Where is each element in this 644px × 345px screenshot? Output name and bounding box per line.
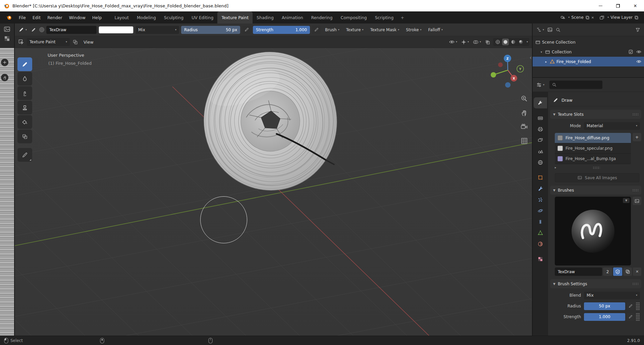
workspace-tab-uv-editing[interactable]: UV Editing — [187, 11, 217, 23]
view-layer-selector[interactable]: ▾ View Layer — [597, 11, 641, 23]
pan-gizmo-button[interactable] — [1, 74, 8, 81]
workspace-tab-rendering[interactable]: Rendering — [307, 11, 337, 23]
3d-viewport[interactable]: User Perspective (1) Fire_Hose_Folded — [15, 48, 532, 336]
workspace-tab-layout[interactable]: Layout — [110, 11, 133, 23]
brush-preview-browse-button[interactable] — [633, 197, 641, 205]
shading-material-button[interactable] — [510, 39, 517, 45]
tool-smear-button[interactable] — [17, 86, 32, 100]
menu-window[interactable]: Window — [66, 11, 89, 23]
workspace-tab-animation[interactable]: Animation — [278, 11, 307, 23]
properties-tab-physics[interactable] — [534, 205, 547, 216]
strength-slider[interactable]: 1.000 — [584, 313, 625, 321]
menu-help[interactable]: Help — [89, 11, 105, 23]
window-minimize-button[interactable] — [592, 0, 609, 11]
brush-name-field[interactable]: TexDraw — [555, 267, 602, 276]
blender-menu-icon[interactable] — [3, 11, 15, 23]
brush-tip-icon[interactable] — [39, 27, 44, 32]
radius-decorator-button[interactable] — [636, 302, 640, 310]
ortho-grid-icon[interactable] — [521, 137, 528, 145]
gizmo-x-neg-axis[interactable] — [498, 62, 503, 67]
window-restore-button[interactable] — [609, 0, 627, 11]
outliner-row-fire-hose-folded[interactable]: ▸ Fire_Hose_Folded — [533, 57, 644, 66]
properties-tab-object[interactable] — [534, 172, 547, 183]
overlays-popover[interactable]: ▾ — [472, 39, 482, 45]
tool-soften-button[interactable] — [17, 72, 32, 86]
disclosure-triangle-icon[interactable]: ▸ — [544, 60, 548, 63]
workspace-tab-scripting[interactable]: Scripting — [371, 11, 398, 23]
strength-decorator-button[interactable] — [636, 313, 640, 321]
list-resize-grip[interactable]: ▸ — [555, 166, 637, 169]
outliner-row-collection[interactable]: ▾ Collection — [533, 47, 644, 57]
panel-header-brush-settings[interactable]: ▼ Brush Settings — [550, 279, 641, 288]
properties-tab-constraints[interactable] — [534, 216, 547, 227]
properties-editor-type-button[interactable]: ▾ — [535, 81, 545, 89]
panel-header-brushes[interactable]: ▼ Brushes — [550, 186, 641, 195]
tool-annotate-button[interactable] — [17, 148, 32, 162]
tool-draw-button[interactable] — [17, 57, 32, 71]
new-scene-icon[interactable] — [585, 15, 590, 20]
stroke-popover[interactable]: Stroke▾ — [404, 26, 424, 34]
menu-edit[interactable]: Edit — [29, 11, 44, 23]
properties-tab-view-layer[interactable] — [534, 135, 547, 146]
outliner-editor-type-button[interactable]: ▾ — [535, 26, 545, 33]
region-collapse-chevron[interactable]: ‹ — [530, 55, 532, 61]
paint-mask-toggle[interactable] — [72, 39, 79, 46]
exclude-checkbox-icon[interactable] — [629, 50, 633, 54]
mode-dropdown[interactable]: Texture Paint▾ — [27, 38, 70, 46]
blend-dropdown[interactable]: Mix▾ — [584, 292, 640, 299]
fake-user-toggle[interactable] — [613, 267, 622, 276]
shading-solid-button[interactable] — [502, 39, 509, 45]
texture-mask-popover[interactable]: Texture Mask▾ — [368, 26, 402, 34]
3d-model-fire-hose[interactable] — [198, 48, 342, 195]
texture-slot-row-specular[interactable]: Fire_Hose_specular.png — [555, 143, 631, 154]
strength-pressure-toggle[interactable] — [626, 313, 635, 321]
outliner-row-scene-collection[interactable]: Scene Collection — [533, 37, 644, 47]
object-visibility-popover[interactable]: ▾ — [448, 39, 458, 45]
panel-grip-icon[interactable] — [632, 189, 638, 192]
properties-tab-tool[interactable] — [534, 97, 547, 108]
outliner-display-mode-button[interactable] — [546, 26, 553, 33]
workspace-tab-compositing[interactable]: Compositing — [336, 11, 371, 23]
properties-tab-texture[interactable] — [534, 253, 547, 264]
new-view-layer-icon[interactable] — [634, 15, 639, 20]
strength-pressure-toggle[interactable] — [312, 26, 321, 34]
shading-rendered-button[interactable] — [518, 39, 524, 45]
gizmo-y-axis[interactable] — [491, 72, 496, 78]
brush-datablock-icon[interactable] — [30, 26, 37, 34]
gizmos-popover[interactable]: ▾ — [460, 39, 470, 46]
pan-hand-icon[interactable] — [521, 109, 528, 116]
radius-pressure-toggle[interactable] — [242, 26, 251, 34]
radius-slider[interactable]: 50 px — [584, 302, 625, 310]
brush-name-field[interactable]: TexDraw — [46, 26, 97, 34]
editor-type-button[interactable] — [17, 38, 25, 46]
falloff-popover[interactable]: Falloff▾ — [426, 26, 445, 34]
workspace-tab-sculpting[interactable]: Sculpting — [160, 11, 187, 23]
panel-grip-icon[interactable] — [632, 113, 638, 116]
brush-preview-expand-button[interactable]: ▼ — [623, 198, 630, 203]
panel-grip-icon[interactable] — [632, 283, 638, 285]
brush-preview[interactable]: ▼ — [555, 197, 631, 265]
disclosure-triangle-icon[interactable]: ▸ — [555, 166, 556, 169]
properties-tab-object-data[interactable] — [534, 227, 547, 238]
properties-tab-render[interactable] — [534, 112, 547, 124]
xray-toggle[interactable] — [484, 39, 491, 46]
texture-slot-row-bump[interactable]: Fire_Hose_...al_Bump.tga — [555, 154, 631, 164]
shading-wireframe-button[interactable] — [494, 39, 501, 45]
zoom-icon[interactable] — [521, 95, 528, 102]
disclosure-triangle-icon[interactable]: ▾ — [539, 50, 543, 54]
brush-popover[interactable]: Brush▾ — [323, 26, 342, 34]
properties-tab-particles[interactable] — [534, 194, 547, 205]
radius-pressure-toggle[interactable] — [626, 302, 635, 310]
outliner-search-icon[interactable] — [555, 27, 561, 33]
panel-header-texture-slots[interactable]: ▼ Texture Slots — [550, 110, 641, 119]
properties-tab-modifiers[interactable] — [534, 183, 547, 194]
view-menu[interactable]: View — [81, 40, 96, 45]
blend-mode-dropdown[interactable]: Mix▾ — [136, 26, 179, 34]
unlink-scene-icon[interactable]: ✕ — [591, 16, 594, 19]
gizmo-z-neg-axis[interactable] — [505, 82, 511, 88]
texture-slot-row-diffuse[interactable]: Fire_Hose_diffuse.png — [555, 133, 631, 143]
properties-tab-output[interactable] — [534, 124, 547, 135]
eye-icon[interactable] — [636, 60, 641, 63]
collapsed-image-editor-strip[interactable] — [0, 23, 15, 336]
outliner-filter-icon[interactable] — [634, 26, 641, 33]
